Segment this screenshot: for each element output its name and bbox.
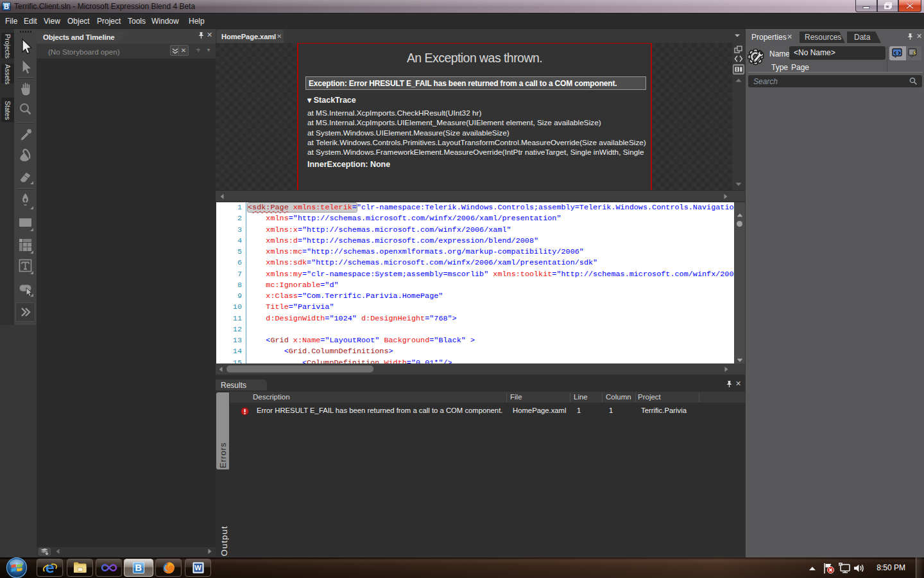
svg-text:W: W	[194, 564, 201, 572]
svg-text:B: B	[135, 563, 142, 573]
